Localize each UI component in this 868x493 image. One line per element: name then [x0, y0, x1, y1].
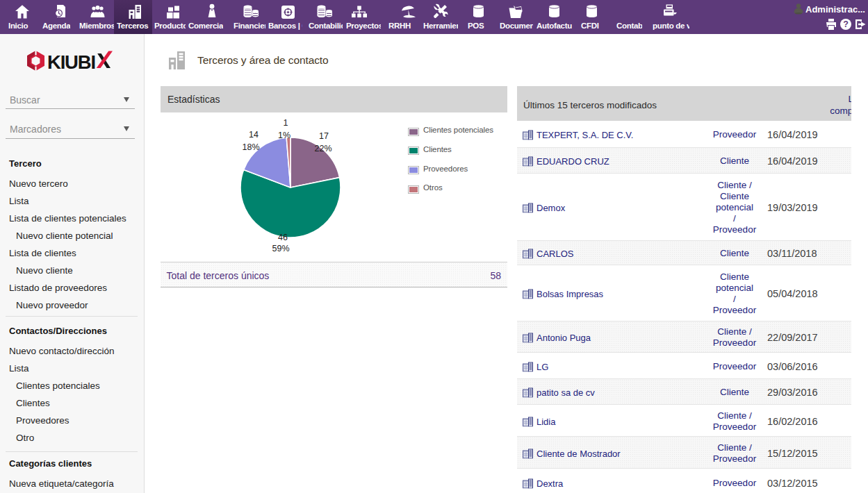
- svg-text:?: ?: [843, 19, 849, 29]
